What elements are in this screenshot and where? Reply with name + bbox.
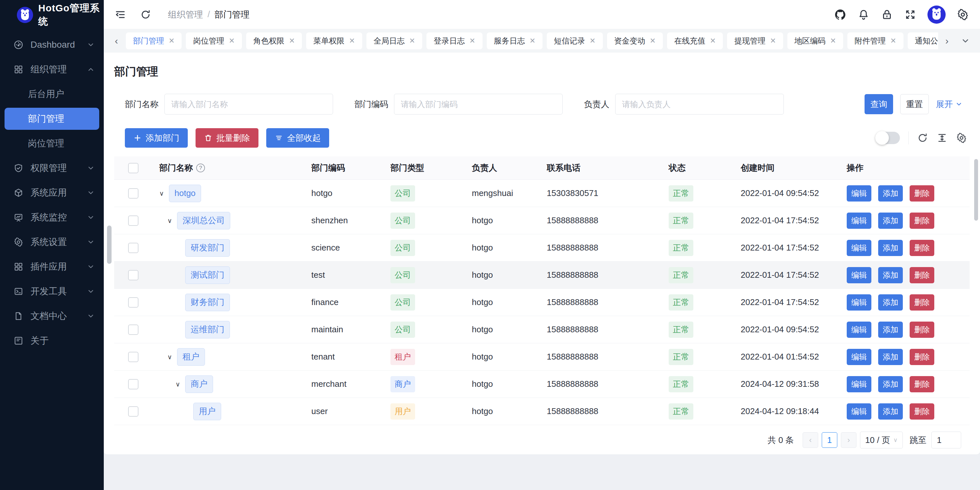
menu-fold-icon[interactable] [114,8,126,21]
expand-link[interactable]: 展开 [936,99,963,110]
breadcrumb-current[interactable]: 部门管理 [215,9,250,21]
sidebar-item-plugin-apps[interactable]: 插件应用 [0,254,104,279]
leader-input[interactable] [615,94,784,115]
sidebar-item-system-settings[interactable]: 系统设置 [0,230,104,254]
delete-button[interactable]: 删除 [910,294,934,311]
tab-close-icon[interactable]: ✕ [530,37,535,45]
delete-button[interactable]: 删除 [910,212,934,229]
next-page-button[interactable]: › [841,432,856,448]
tab-close-icon[interactable]: ✕ [409,37,415,45]
tab-notice[interactable]: 通知公告✕ [908,32,938,49]
breadcrumb-parent[interactable]: 组织管理 [168,9,203,21]
notification-bell-icon[interactable] [858,8,870,21]
dept-name-input[interactable] [164,94,333,115]
row-collapse-icon[interactable]: ∨ [167,353,177,361]
tab-close-icon[interactable]: ✕ [289,37,295,45]
tab-close-icon[interactable]: ✕ [469,37,475,45]
reload-icon[interactable] [140,8,152,21]
lock-icon[interactable] [881,8,893,21]
logo-row[interactable]: HotGo管理系统 [0,0,104,30]
current-page-button[interactable]: 1 [822,432,837,448]
tab-post-management[interactable]: 岗位管理✕ [186,32,242,49]
tab-role-permission[interactable]: 角色权限✕ [246,32,302,49]
window-scrollbar-thumb[interactable] [974,159,978,221]
add-button[interactable]: 添加 [878,212,903,229]
tab-online-recharge[interactable]: 在线充值✕ [667,32,723,49]
dept-name-tag[interactable]: 运维部门 [185,321,230,338]
add-button[interactable]: 添加 [878,403,903,420]
delete-button[interactable]: 删除 [910,403,934,420]
delete-button[interactable]: 删除 [910,376,934,392]
sidebar-item-post-management[interactable]: 岗位管理 [0,131,104,156]
tab-close-icon[interactable]: ✕ [229,37,234,45]
dept-name-tag[interactable]: 租户 [177,348,205,366]
fullscreen-icon[interactable] [904,8,916,21]
tab-login-log[interactable]: 登录日志✕ [426,32,482,49]
row-collapse-icon[interactable]: ∨ [159,190,169,197]
tab-close-icon[interactable]: ✕ [710,37,716,45]
table-refresh-icon[interactable] [917,132,928,144]
tab-close-icon[interactable]: ✕ [349,37,355,45]
tabs-scroll-right-icon[interactable]: › [942,35,953,46]
tab-sms-record[interactable]: 短信记录✕ [547,32,603,49]
row-collapse-icon[interactable]: ∨ [167,217,177,225]
add-button[interactable]: 添加 [878,267,903,283]
select-all-checkbox[interactable] [128,163,138,173]
row-checkbox[interactable] [128,188,138,199]
tab-close-icon[interactable]: ✕ [890,37,896,45]
row-checkbox[interactable] [128,270,138,280]
sidebar-item-system-apps[interactable]: 系统应用 [0,180,104,205]
tab-withdraw-management[interactable]: 提现管理✕ [727,32,783,49]
row-checkbox[interactable] [128,297,138,308]
add-button[interactable]: 添加 [878,240,903,256]
reset-button[interactable]: 重置 [900,94,929,114]
stripe-toggle[interactable] [876,132,900,144]
tab-attachment-management[interactable]: 附件管理✕ [847,32,903,49]
page-size-select[interactable]: 10 / 页 ∨ [860,432,903,449]
sidebar-item-about[interactable]: 关于 [0,329,104,353]
delete-button[interactable]: 删除 [910,240,934,256]
row-height-icon[interactable] [937,132,948,144]
dept-name-tag[interactable]: hotgo [169,185,201,202]
row-checkbox[interactable] [128,352,138,362]
edit-button[interactable]: 编辑 [847,322,871,338]
collapse-all-button[interactable]: 全部收起 [266,128,329,148]
edit-button[interactable]: 编辑 [847,349,871,365]
delete-button[interactable]: 删除 [910,322,934,338]
tab-close-icon[interactable]: ✕ [590,37,595,45]
row-checkbox[interactable] [128,379,138,389]
tab-department-management[interactable]: 部门管理✕ [126,32,181,49]
row-checkbox[interactable] [128,406,138,417]
tab-close-icon[interactable]: ✕ [650,37,656,45]
sidebar-item-permission-management[interactable]: 权限管理 [0,156,104,180]
edit-button[interactable]: 编辑 [847,185,871,201]
tabs-scroll-left-icon[interactable]: ‹ [111,35,122,46]
dept-name-tag[interactable]: 研发部门 [185,239,230,257]
batch-delete-button[interactable]: 批量删除 [196,128,258,148]
tab-close-icon[interactable]: ✕ [770,37,776,45]
help-icon[interactable]: ? [196,164,205,172]
sidebar-item-backend-users[interactable]: 后台用户 [0,82,104,107]
sidebar-item-dashboard[interactable]: Dashboard [0,32,104,57]
edit-button[interactable]: 编辑 [847,403,871,420]
row-checkbox[interactable] [128,324,138,335]
jump-to-input[interactable] [931,432,961,449]
row-checkbox[interactable] [128,215,138,226]
user-avatar[interactable] [928,5,946,24]
add-button[interactable]: 添加 [878,294,903,311]
delete-button[interactable]: 删除 [910,185,934,201]
column-settings-gear-icon[interactable] [956,132,967,144]
dept-name-tag[interactable]: 深圳总公司 [177,212,230,230]
tab-close-icon[interactable]: ✕ [169,37,175,45]
add-button[interactable]: 添加 [878,322,903,338]
tab-global-log[interactable]: 全局日志✕ [366,32,422,49]
prev-page-button[interactable]: ‹ [803,432,818,448]
dept-name-tag[interactable]: 财务部门 [185,294,230,311]
delete-button[interactable]: 删除 [910,267,934,283]
dept-name-tag[interactable]: 商户 [185,375,213,393]
sidebar-item-org-management[interactable]: 组织管理 [0,57,104,82]
edit-button[interactable]: 编辑 [847,294,871,311]
github-icon[interactable] [834,8,846,21]
content-scrollbar-thumb[interactable] [107,225,111,264]
add-button[interactable]: 添加 [878,349,903,365]
